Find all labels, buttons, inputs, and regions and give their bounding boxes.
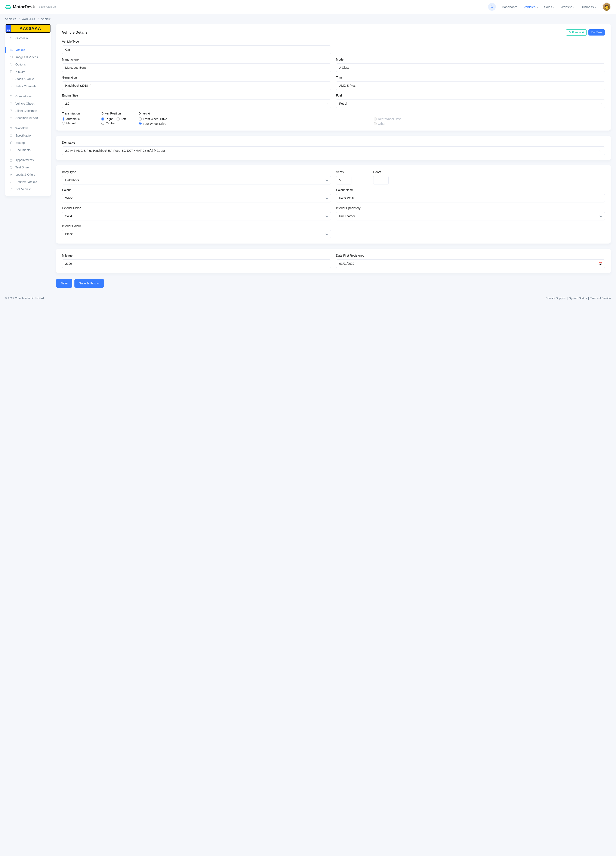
label-vtype: Vehicle Type <box>62 40 331 43</box>
calendar-icon[interactable]: 📅 <box>598 262 602 265</box>
svg-rect-4 <box>10 50 12 51</box>
radio-rwd[interactable]: Rear Wheel Drive <box>374 117 605 121</box>
label-deriv: Derivative <box>62 141 605 144</box>
nav-vehicles[interactable]: Vehicles ⌄ <box>524 5 538 9</box>
crumb-reg[interactable]: AA00AAA <box>22 17 35 21</box>
logo[interactable]: MotorDesk Super Cars Co. <box>5 4 57 10</box>
sidebar-item-competitors[interactable]: Competitors <box>5 93 51 100</box>
input-doors[interactable] <box>373 176 389 185</box>
input-datereg[interactable] <box>336 259 605 268</box>
select-colour[interactable]: White <box>62 194 331 202</box>
svg-rect-17 <box>10 159 12 162</box>
select-vtype[interactable]: Car <box>62 45 331 54</box>
select-deriv[interactable]: 2.0 A45 AMG S Plus Hatchback 5dr Petrol … <box>62 146 605 155</box>
select-ext[interactable]: Solid <box>62 212 331 220</box>
sidebar-item-salesman[interactable]: Silent Salesman <box>5 107 51 114</box>
svg-point-3 <box>491 6 493 8</box>
radio-left[interactable]: Left <box>117 117 126 121</box>
select-mfr[interactable]: Mercedes-Benz <box>62 63 331 72</box>
sidebar-item-settings[interactable]: Settings <box>5 139 51 146</box>
radio-other[interactable]: Other <box>374 122 605 125</box>
label-datereg: Date First Registered <box>336 254 605 257</box>
derivative-card: Derivative 2.0 A45 AMG S Plus Hatchback … <box>56 135 611 160</box>
sidebar-item-leads[interactable]: Leads & Offers <box>5 171 51 178</box>
card-title: Vehicle Details <box>62 31 88 35</box>
list-icon <box>9 116 13 120</box>
radio-manual[interactable]: Manual <box>62 122 76 125</box>
sidebar-item-overview[interactable]: Overview <box>5 34 51 42</box>
bolt-icon <box>9 173 13 176</box>
sidebar-item-images[interactable]: Images & Videos <box>5 54 51 61</box>
nav-business[interactable]: Business ⌄ <box>581 5 596 9</box>
chevron-down-icon: ⌄ <box>553 6 555 8</box>
svg-rect-9 <box>10 71 12 73</box>
radio-fwd[interactable]: Front Wheel Drive <box>138 117 370 121</box>
label-driver: Driver Position <box>101 112 134 115</box>
select-trim[interactable]: AMG S Plus <box>336 81 605 90</box>
sidebar-item-vehicle[interactable]: Vehicle <box>5 46 51 54</box>
svg-rect-16 <box>10 149 12 151</box>
search-button[interactable] <box>488 3 496 11</box>
chevron-down-icon: ⌄ <box>594 6 596 8</box>
radio-4wd[interactable]: Four Wheel Drive <box>138 122 370 125</box>
radio-right[interactable]: Right <box>101 117 113 121</box>
input-seats[interactable] <box>336 176 352 185</box>
sidebar-item-sell[interactable]: Sell Vehicle <box>5 186 51 193</box>
forecourt-badge[interactable]: Forecourt <box>566 29 587 35</box>
select-fuel[interactable]: Petrol <box>336 99 605 108</box>
sliders-icon <box>9 63 13 66</box>
crumb-current: Vehicle <box>41 17 51 21</box>
calendar-icon <box>9 159 13 162</box>
sidebar-item-channels[interactable]: Sales Channels <box>5 83 51 90</box>
sidebar-item-reserve[interactable]: Reserve Vehicle <box>5 178 51 186</box>
label-model: Model <box>336 58 605 61</box>
select-gen[interactable]: Hatchback (2018 - ) <box>62 81 331 90</box>
svg-rect-12 <box>10 110 12 112</box>
select-body[interactable]: Hatchback <box>62 176 331 185</box>
sidebar-item-spec[interactable]: Specification <box>5 132 51 139</box>
footer-status[interactable]: System Status <box>569 297 587 300</box>
select-uphol[interactable]: Full Leather <box>336 212 605 220</box>
gauge-icon <box>9 166 13 169</box>
footer-terms[interactable]: Terms of Service <box>590 297 611 300</box>
sidebar-item-check[interactable]: Vehicle Check <box>5 100 51 107</box>
svg-rect-15 <box>10 134 12 137</box>
sidebar-item-history[interactable]: History <box>5 68 51 75</box>
save-next-button[interactable]: Save & Next -> <box>74 279 104 288</box>
label-body: Body Type <box>62 170 331 174</box>
input-mileage[interactable] <box>62 259 331 268</box>
input-cname[interactable] <box>336 194 605 202</box>
sidebar-item-workflow[interactable]: Workflow <box>5 125 51 132</box>
nav-dashboard[interactable]: Dashboard <box>502 5 518 9</box>
avatar[interactable]: 🧑 <box>602 3 611 11</box>
select-engine[interactable]: 2.0 <box>62 99 331 108</box>
label-engine: Engine Size <box>62 94 331 97</box>
sidebar-item-docs[interactable]: Documents <box>5 146 51 154</box>
search-icon <box>490 5 494 9</box>
sidebar-item-test[interactable]: Test Drive <box>5 164 51 171</box>
label-doors: Doors <box>373 170 405 174</box>
sidebar-item-appts[interactable]: Appointments <box>5 156 51 164</box>
select-model[interactable]: A Class <box>336 63 605 72</box>
radio-auto[interactable]: Automatic <box>62 117 80 121</box>
chevron-down-icon: ⌄ <box>536 6 538 8</box>
flow-icon <box>9 126 13 130</box>
sidebar-item-condition[interactable]: Condition Report <box>5 114 51 122</box>
forsale-badge[interactable]: For Sale <box>588 29 605 35</box>
main: Vehicle Details Forecourt For Sale Vehic… <box>56 24 611 288</box>
label-trim: Trim <box>336 76 605 79</box>
save-button[interactable]: Save <box>56 279 72 288</box>
plate-uk: UK <box>6 25 11 32</box>
crumb-vehicles[interactable]: Vehicles <box>5 17 16 21</box>
sidebar-item-stock[interactable]: Stock & Value <box>5 75 51 83</box>
footer-support[interactable]: Contact Support <box>545 297 566 300</box>
select-intcol[interactable]: Black <box>62 230 331 239</box>
radio-central[interactable]: Central <box>101 122 115 125</box>
label-mileage: Mileage <box>62 254 331 257</box>
sidebar-item-options[interactable]: Options <box>5 61 51 68</box>
sidebar: UK AA00AAA Overview Vehicle Images & Vid… <box>5 24 51 196</box>
nav-website[interactable]: Website ⌄ <box>561 5 575 9</box>
nav-sales[interactable]: Sales ⌄ <box>544 5 555 9</box>
home-icon <box>9 36 13 40</box>
key-icon <box>9 188 13 191</box>
